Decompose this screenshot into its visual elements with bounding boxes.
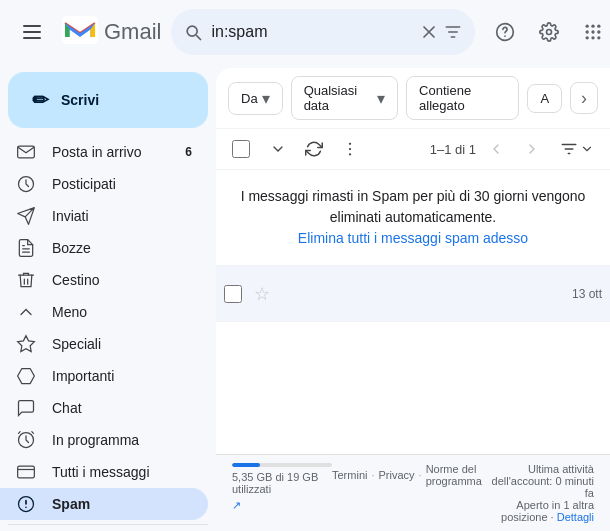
more-filter-button[interactable]: › [570,82,598,114]
gmail-logo: Gmail [62,16,161,48]
sidebar-item-snoozed[interactable]: Posticipati [0,168,208,200]
compose-icon: ✏ [32,88,49,112]
svg-rect-1 [23,31,41,33]
important-icon [16,366,36,386]
chat-label: Chat [52,400,192,416]
gmail-m-icon [62,16,98,48]
sidebar-item-sent[interactable]: Inviati [0,200,208,232]
svg-point-22 [349,148,351,150]
important-label: Importanti [52,368,192,384]
to-filter[interactable]: A [527,84,562,113]
from-filter-label: Da [241,91,258,106]
terms-link[interactable]: Termini [332,469,367,481]
search-input[interactable] [203,23,419,41]
sidebar-item-less[interactable]: Meno [0,296,208,328]
date-filter-label: Qualsiasi data [304,83,373,113]
sidebar-item-chat[interactable]: Chat [0,392,208,424]
to-filter-label: A [540,91,549,106]
delete-spam-link[interactable]: Elimina tutti i messaggi spam adesso [298,230,528,246]
gmail-text: Gmail [104,19,161,45]
settings-button[interactable] [529,12,569,52]
scheduled-icon [16,430,36,450]
pagination-text: 1–1 di 1 [430,142,476,157]
help-button[interactable] [485,12,525,52]
chevron-down-button[interactable] [262,133,294,165]
less-label: Meno [52,304,192,320]
svg-point-12 [586,36,589,39]
footer-links: Termini · Privacy · Norme del programma [332,463,482,487]
activity-label: Ultima attività dell'account: 0 minuti f… [482,463,594,499]
svg-point-23 [349,153,351,155]
details-link[interactable]: Dettagli [557,511,594,523]
trash-icon [16,270,36,290]
sidebar-item-trash[interactable]: Cestino [0,264,208,296]
pagination-label: 1–1 di 1 [430,142,476,157]
nav-divider [8,524,208,525]
svg-rect-2 [23,37,41,39]
program-link[interactable]: Norme del programma [426,463,482,487]
email-list: ☆ 13 ott [216,266,610,454]
inbox-label: Posta in arrivo [52,144,169,160]
svg-rect-0 [23,25,41,27]
sidebar-item-inbox[interactable]: Posta in arrivo 6 [0,136,208,168]
svg-point-11 [598,30,601,33]
sidebar-item-scheduled[interactable]: In programma [0,424,208,456]
sidebar-item-starred[interactable]: Speciali [0,328,208,360]
from-filter[interactable]: Da ▾ [228,82,283,115]
prev-page-button[interactable] [480,133,512,165]
compose-label: Scrivi [61,92,99,108]
less-icon [16,302,36,322]
star-icon[interactable]: ☆ [250,282,274,306]
privacy-link[interactable]: Privacy [379,469,415,481]
svg-rect-18 [18,466,35,478]
sidebar: ✏ Scrivi Posta in arrivo 6 Posticipati I… [0,64,216,531]
attachment-filter[interactable]: Contiene allegato [406,76,519,120]
svg-point-10 [592,30,595,33]
spam-notice-text: I messaggi rimasti in Spam per più di 30… [241,188,586,225]
sidebar-item-drafts[interactable]: Bozze [0,232,208,264]
starred-label: Speciali [52,336,192,352]
svg-point-7 [592,25,595,28]
svg-rect-15 [18,146,35,158]
dot-1: · [371,469,374,481]
date-filter-chevron: ▾ [377,89,385,108]
search-filter-icon[interactable] [443,22,463,42]
content-area: Da ▾ Qualsiasi data ▾ Contiene allegato … [216,68,610,531]
search-bar[interactable] [171,9,475,55]
sent-icon [16,206,36,226]
sidebar-item-all[interactable]: Tutti i messaggi [0,456,208,488]
starred-icon [16,334,36,354]
date-filter[interactable]: Qualsiasi data ▾ [291,76,398,120]
spam-label: Spam [52,496,192,512]
spam-notice: I messaggi rimasti in Spam per più di 30… [216,170,610,266]
inbox-icon [16,142,36,162]
next-page-button[interactable] [516,133,548,165]
refresh-button[interactable] [298,133,330,165]
select-all-checkbox[interactable] [232,140,250,158]
manage-storage-icon[interactable]: ↗ [232,499,332,512]
svg-point-14 [598,36,601,39]
sort-button[interactable] [552,136,602,162]
snoozed-label: Posticipati [52,176,192,192]
svg-point-9 [586,30,589,33]
apps-button[interactable] [573,12,610,52]
storage-bar [232,463,332,467]
svg-point-4 [505,35,507,37]
sidebar-item-spam[interactable]: Spam [0,488,208,520]
drafts-icon [16,238,36,258]
main-layout: ✏ Scrivi Posta in arrivo 6 Posticipati I… [0,64,610,531]
more-actions-button[interactable] [334,133,366,165]
email-checkbox[interactable] [224,285,242,303]
sidebar-item-important[interactable]: Importanti [0,360,208,392]
filter-bar: Da ▾ Qualsiasi data ▾ Contiene allegato … [216,68,610,129]
storage-text: 5,35 GB di 19 GB utilizzati [232,471,332,495]
menu-button[interactable] [12,12,52,52]
toolbar: 1–1 di 1 [216,129,610,170]
search-icon[interactable] [183,22,203,42]
compose-button[interactable]: ✏ Scrivi [8,72,208,128]
attachment-filter-label: Contiene allegato [419,83,506,113]
footer: 5,35 GB di 19 GB utilizzati ↗ Termini · … [216,454,610,531]
svg-point-8 [598,25,601,28]
table-row[interactable]: ☆ 13 ott [216,266,610,322]
search-clear-icon[interactable] [419,22,439,42]
